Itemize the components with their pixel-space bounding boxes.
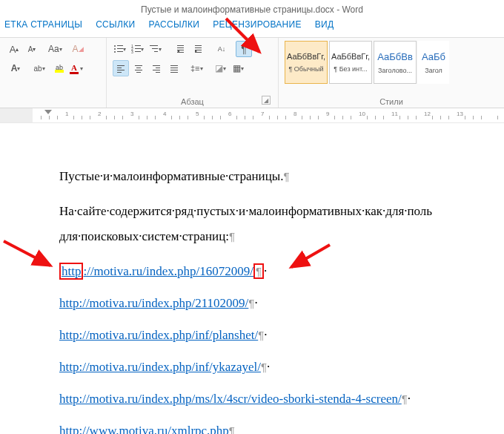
font-color-dd[interactable]: ▾ bbox=[80, 65, 86, 72]
shrink-font-button[interactable]: A▾ bbox=[24, 41, 40, 57]
tab-review[interactable]: РЕЦЕНЗИРОВАНИЕ bbox=[213, 19, 302, 37]
link-4[interactable]: http://motiva.ru/index.php/inf/ykazayel/ bbox=[59, 360, 261, 374]
doc-para-2[interactable]: На·сайте·содержится·ряд·пустых·и·малоинф… bbox=[59, 199, 504, 249]
svg-rect-34 bbox=[156, 68, 160, 68]
ruler-indent-marker[interactable] bbox=[44, 110, 52, 114]
ruler-margin bbox=[0, 108, 33, 122]
style-no-spacing[interactable]: АаБбВвГг,¶ Без инт... bbox=[329, 41, 372, 84]
ribbon-tabs: ЕТКА СТРАНИЦЫ ССЫЛКИ РАССЫЛКИ РЕЦЕНЗИРОВ… bbox=[0, 19, 504, 37]
clear-formatting-button[interactable]: A◢ bbox=[70, 41, 86, 57]
svg-rect-30 bbox=[136, 68, 141, 68]
doc-link-3[interactable]: http://motiva.ru/index.php/inf/planshet/… bbox=[59, 323, 504, 348]
change-case-button[interactable]: Aa▾ bbox=[47, 41, 64, 57]
svg-rect-33 bbox=[153, 65, 160, 66]
ruler-scale: 12345678910111213 bbox=[33, 108, 504, 122]
svg-rect-7 bbox=[135, 45, 141, 46]
svg-rect-19 bbox=[177, 52, 184, 53]
svg-rect-12 bbox=[150, 45, 158, 46]
svg-rect-26 bbox=[117, 68, 122, 68]
svg-rect-29 bbox=[135, 65, 142, 66]
svg-rect-40 bbox=[170, 72, 178, 73]
svg-rect-18 bbox=[177, 50, 184, 50]
svg-rect-27 bbox=[117, 70, 125, 70]
tab-page-layout[interactable]: ЕТКА СТРАНИЦЫ bbox=[4, 19, 82, 37]
svg-rect-15 bbox=[177, 45, 184, 46]
tab-view[interactable]: ВИД bbox=[315, 19, 334, 37]
svg-rect-32 bbox=[136, 72, 141, 73]
svg-point-4 bbox=[114, 51, 116, 53]
svg-rect-38 bbox=[170, 68, 178, 68]
sort-button[interactable]: A↓ bbox=[213, 41, 230, 57]
link-6[interactable]: http://www.motiva.ru/xmlrpc.php bbox=[59, 424, 229, 434]
link-5[interactable]: http://motiva.ru/index.php/ms/lx/4scr/vi… bbox=[59, 392, 402, 406]
align-right-button[interactable] bbox=[148, 60, 165, 76]
highlight-color-swatch[interactable]: ab bbox=[55, 64, 64, 73]
decrease-indent-button[interactable] bbox=[172, 41, 188, 57]
group-font-label bbox=[6, 105, 100, 106]
svg-point-0 bbox=[114, 45, 116, 47]
doc-link-5[interactable]: http://motiva.ru/index.php/ms/lx/4scr/vi… bbox=[59, 387, 504, 412]
svg-rect-25 bbox=[117, 65, 125, 66]
svg-rect-5 bbox=[117, 51, 123, 52]
style-normal[interactable]: АаБбВвГг,¶ Обычный bbox=[285, 41, 328, 84]
font-color-button[interactable]: A bbox=[70, 63, 79, 74]
svg-rect-28 bbox=[117, 72, 122, 73]
numbering-button[interactable]: 123▾ bbox=[130, 41, 147, 57]
svg-rect-20 bbox=[195, 45, 202, 46]
svg-rect-24 bbox=[195, 52, 202, 53]
ruler[interactable]: 12345678910111213 bbox=[0, 108, 504, 123]
svg-rect-35 bbox=[153, 70, 160, 70]
svg-rect-37 bbox=[170, 65, 178, 66]
multilevel-list-button[interactable]: ▾ bbox=[148, 41, 165, 57]
borders-button[interactable]: ▦▾ bbox=[231, 60, 248, 76]
svg-rect-23 bbox=[195, 50, 202, 50]
group-font: A▴ A▾ Aa▾ A◢ A▾ ab▾ ab A ▾ bbox=[0, 38, 107, 108]
svg-rect-31 bbox=[135, 70, 142, 70]
svg-rect-21 bbox=[195, 47, 202, 48]
annot-pilcrow-box: ¶ bbox=[253, 263, 264, 279]
svg-rect-39 bbox=[170, 70, 178, 70]
link-3[interactable]: http://motiva.ru/index.php/inf/planshet/ bbox=[59, 328, 258, 342]
text-fill-button[interactable]: A▾ bbox=[6, 60, 28, 76]
pilcrow-button[interactable]: ¶ bbox=[236, 41, 252, 57]
title-bar: Пустые и малоинформативные страницы.docx… bbox=[0, 0, 504, 19]
doc-link-1[interactable]: http://motiva.ru/index.php/16072009/¶· bbox=[59, 259, 504, 284]
svg-rect-3 bbox=[117, 48, 123, 49]
doc-link-6[interactable]: http://www.motiva.ru/xmlrpc.php¶ bbox=[59, 418, 504, 434]
link-1[interactable]: http://motiva.ru/index.php/16072009/ bbox=[59, 263, 253, 280]
svg-point-2 bbox=[114, 48, 116, 50]
svg-rect-1 bbox=[117, 45, 123, 46]
bullets-button[interactable]: ▾ bbox=[113, 41, 129, 57]
style-heading2[interactable]: АаБбЗагол bbox=[418, 41, 449, 84]
paragraph-launcher-icon[interactable]: ◢ bbox=[262, 96, 271, 105]
grow-font-button[interactable]: A▴ bbox=[6, 41, 22, 57]
align-center-button[interactable] bbox=[130, 60, 147, 76]
group-paragraph-label: Абзац ◢ bbox=[113, 96, 272, 106]
tab-mailings[interactable]: РАССЫЛКИ bbox=[148, 19, 199, 37]
doc-link-4[interactable]: http://motiva.ru/index.php/inf/ykazayel/… bbox=[59, 355, 504, 380]
align-left-button[interactable] bbox=[113, 60, 129, 76]
shading-button[interactable]: ◪▾ bbox=[213, 60, 230, 76]
group-paragraph: ▾ 123▾ ▾ A↓ ¶ ‡≡▾ ◪▾ ▦▾ bbox=[107, 38, 279, 108]
group-styles-label: Стили bbox=[285, 96, 498, 106]
svg-text:3: 3 bbox=[131, 50, 133, 54]
svg-rect-14 bbox=[154, 51, 158, 52]
link-2[interactable]: http://motiva.ru/index.php/21102009/ bbox=[59, 296, 248, 310]
highlight-color-button[interactable]: ab▾ bbox=[30, 60, 52, 76]
style-heading1[interactable]: АаБбВвЗаголово... bbox=[374, 41, 417, 84]
tab-references[interactable]: ССЫЛКИ bbox=[96, 19, 135, 37]
doc-link-2[interactable]: http://motiva.ru/index.php/21102009/¶· bbox=[59, 291, 504, 316]
svg-rect-16 bbox=[177, 47, 184, 48]
group-styles: АаБбВвГг,¶ Обычный АаБбВвГг,¶ Без инт...… bbox=[279, 38, 504, 108]
svg-rect-13 bbox=[152, 48, 158, 49]
annot-http-box: http bbox=[59, 263, 83, 280]
align-justify-button[interactable] bbox=[166, 60, 182, 76]
line-spacing-button[interactable]: ‡≡▾ bbox=[190, 60, 206, 76]
svg-rect-36 bbox=[156, 72, 160, 73]
svg-rect-9 bbox=[135, 48, 141, 49]
document-body[interactable]: Пустые·и·малоинформативные·страницы.¶ На… bbox=[0, 123, 504, 434]
svg-rect-11 bbox=[135, 51, 141, 52]
increase-indent-button[interactable] bbox=[190, 41, 206, 57]
ribbon: A▴ A▾ Aa▾ A◢ A▾ ab▾ ab A ▾ ▾ 123▾ ▾ bbox=[0, 37, 504, 108]
doc-para-1[interactable]: Пустые·и·малоинформативные·страницы.¶ bbox=[59, 164, 504, 189]
